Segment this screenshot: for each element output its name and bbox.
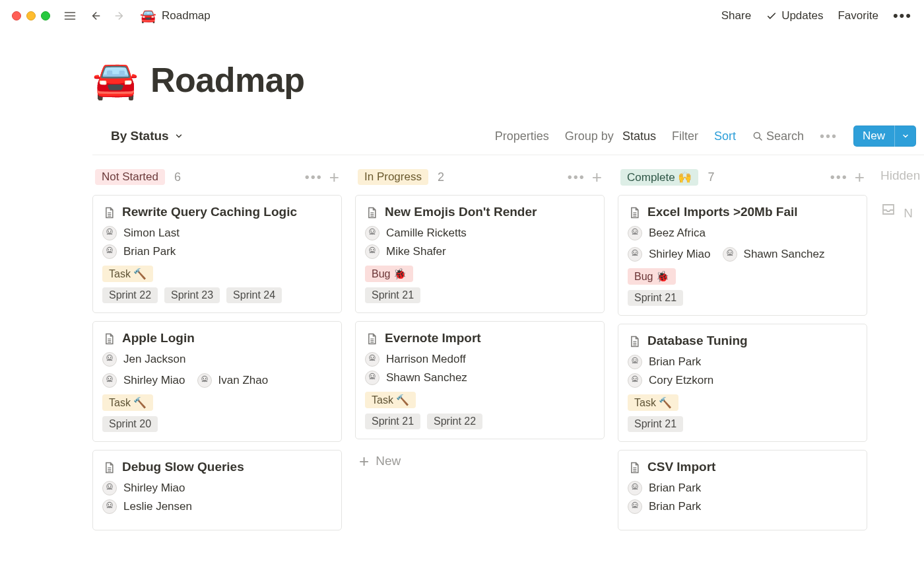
board-card[interactable]: CSV ImportBrian ParkBrian Park xyxy=(618,450,867,530)
page-icon xyxy=(628,335,641,348)
card-type-row: Task 🔨 xyxy=(628,394,856,411)
assignee-name: Simon Last xyxy=(123,227,180,240)
board-card[interactable]: Evernote ImportHarrison MedoffShawn Sanc… xyxy=(355,321,605,439)
svg-point-37 xyxy=(636,231,637,232)
card-title: Database Tuning xyxy=(628,334,856,348)
page-menu-button[interactable]: ••• xyxy=(893,9,912,23)
share-button[interactable]: Share xyxy=(721,9,751,22)
card-assignees: Brian ParkCory Etzkorn xyxy=(628,355,856,388)
svg-point-49 xyxy=(636,378,637,379)
assignee: Jen Jackson xyxy=(102,352,331,367)
window-toolbar: 🚘 Roadmap Share Updates Favorite ••• xyxy=(0,0,924,32)
groupby-button[interactable]: Group by Status xyxy=(565,129,656,143)
svg-point-21 xyxy=(108,504,110,505)
type-tag: Task 🔨 xyxy=(102,266,153,282)
avatar xyxy=(365,226,380,240)
card-title: CSV Import xyxy=(628,460,856,474)
assignee-name: Brian Park xyxy=(649,355,701,369)
board-card[interactable]: Rewrite Query Caching LogicSimon LastBri… xyxy=(92,195,342,313)
svg-point-6 xyxy=(108,249,110,250)
updates-button[interactable]: Updates xyxy=(766,9,823,22)
svg-point-34 xyxy=(373,375,374,377)
svg-point-54 xyxy=(634,504,635,505)
board-column: Complete 🙌 7 ••• + Excel Imports >20Mb F… xyxy=(618,168,867,538)
filter-button[interactable]: Filter xyxy=(672,129,698,143)
avatar xyxy=(628,481,642,495)
column-title[interactable]: In Progress xyxy=(358,169,428,185)
card-sprint-row: Sprint 21Sprint 22 xyxy=(365,414,593,429)
column-menu-button[interactable]: ••• xyxy=(568,170,585,185)
window-close-icon[interactable] xyxy=(12,11,21,20)
assignee: Shawn Sanchez xyxy=(723,247,825,262)
assignee-name: Harrison Medoff xyxy=(386,353,466,366)
add-card-button[interactable]: +New xyxy=(355,447,605,468)
assignee-name: Shawn Sanchez xyxy=(744,248,825,261)
assignee-name: Brian Park xyxy=(649,500,701,513)
column-menu-button[interactable]: ••• xyxy=(305,170,323,185)
window-minimize-icon[interactable] xyxy=(26,11,36,20)
assignee: Brian Park xyxy=(628,355,856,369)
avatar xyxy=(102,244,117,259)
database-controls: By Status Properties Group by Status Fil… xyxy=(92,126,924,155)
avatar xyxy=(628,355,642,369)
board-card[interactable]: Apple LoginJen JacksonShirley MiaoIvan Z… xyxy=(92,321,342,442)
board-card[interactable]: Debug Slow QueriesShirley MiaoLeslie Jen… xyxy=(92,450,342,530)
traffic-lights xyxy=(12,11,50,20)
board-card[interactable]: Excel Imports >20Mb FailBeez AfricaShirl… xyxy=(618,195,867,316)
avatar xyxy=(628,247,642,262)
board-card[interactable]: Database TuningBrian ParkCory EtzkornTas… xyxy=(618,324,867,442)
card-sprint-row: Sprint 21 xyxy=(365,287,593,303)
column-add-button[interactable]: + xyxy=(855,168,865,186)
sprint-tag: Sprint 21 xyxy=(365,414,420,429)
sidebar-toggle-button[interactable] xyxy=(61,7,79,25)
column-add-button[interactable]: + xyxy=(329,168,339,186)
assignee: Brian Park xyxy=(628,499,856,514)
nav-forward-button[interactable] xyxy=(111,7,129,25)
window-zoom-icon[interactable] xyxy=(41,11,50,20)
card-type-row: Task 🔨 xyxy=(102,394,331,411)
sort-button[interactable]: Sort xyxy=(714,129,736,143)
favorite-button[interactable]: Favorite xyxy=(838,9,878,22)
assignee: Ivan Zhao xyxy=(197,373,269,388)
search-button[interactable]: Search xyxy=(752,129,804,143)
type-tag: Bug 🐞 xyxy=(628,268,676,285)
assignee: Shawn Sanchez xyxy=(365,371,593,385)
hidden-columns-label[interactable]: Hidden xyxy=(880,168,924,183)
column-title[interactable]: Not Started xyxy=(95,169,165,185)
assignee-name: Shirley Miao xyxy=(649,248,711,261)
column-header: In Progress 2 ••• + xyxy=(355,168,605,186)
assignee-name: Shirley Miao xyxy=(123,482,185,495)
column-menu-button[interactable]: ••• xyxy=(830,170,848,185)
new-dropdown-button[interactable] xyxy=(894,126,916,147)
properties-button[interactable]: Properties xyxy=(495,129,549,143)
nav-back-button[interactable] xyxy=(86,7,104,25)
view-selector[interactable]: By Status xyxy=(92,129,183,143)
assignee-name: Beez Africa xyxy=(649,227,706,240)
arrow-right-icon xyxy=(114,9,127,22)
svg-point-3 xyxy=(108,231,110,232)
assignee-name: Ivan Zhao xyxy=(218,374,269,387)
column-add-button[interactable]: + xyxy=(592,168,602,186)
assignee: Leslie Jensen xyxy=(102,499,331,514)
type-tag: Task 🔨 xyxy=(102,394,153,411)
breadcrumb[interactable]: 🚘 Roadmap xyxy=(140,8,211,24)
view-menu-button[interactable]: ••• xyxy=(820,129,838,144)
no-status-group[interactable]: N xyxy=(880,201,924,221)
page-emoji[interactable]: 🚘 xyxy=(92,58,139,102)
board-card[interactable]: New Emojis Don't RenderCamille RickettsM… xyxy=(355,195,605,313)
topbar-actions: Share Updates Favorite ••• xyxy=(721,9,912,23)
hidden-columns-stub: Hidden N xyxy=(880,168,924,221)
new-button[interactable]: New xyxy=(853,126,916,147)
sprint-tag: Sprint 24 xyxy=(226,287,282,303)
view-actions: Properties Group by Status Filter Sort S… xyxy=(495,126,924,147)
assignee: Beez Africa xyxy=(628,226,856,240)
card-title: New Emojis Don't Render xyxy=(365,205,593,219)
column-title[interactable]: Complete 🙌 xyxy=(620,169,698,186)
card-type-row: Bug 🐞 xyxy=(365,266,593,282)
card-assignees: Shirley MiaoShawn Sanchez xyxy=(628,247,856,262)
svg-point-33 xyxy=(371,375,372,377)
avatar xyxy=(102,352,117,367)
assignee: Shirley Miao xyxy=(628,247,711,262)
svg-point-9 xyxy=(108,357,110,358)
page-title[interactable]: Roadmap xyxy=(150,60,304,100)
